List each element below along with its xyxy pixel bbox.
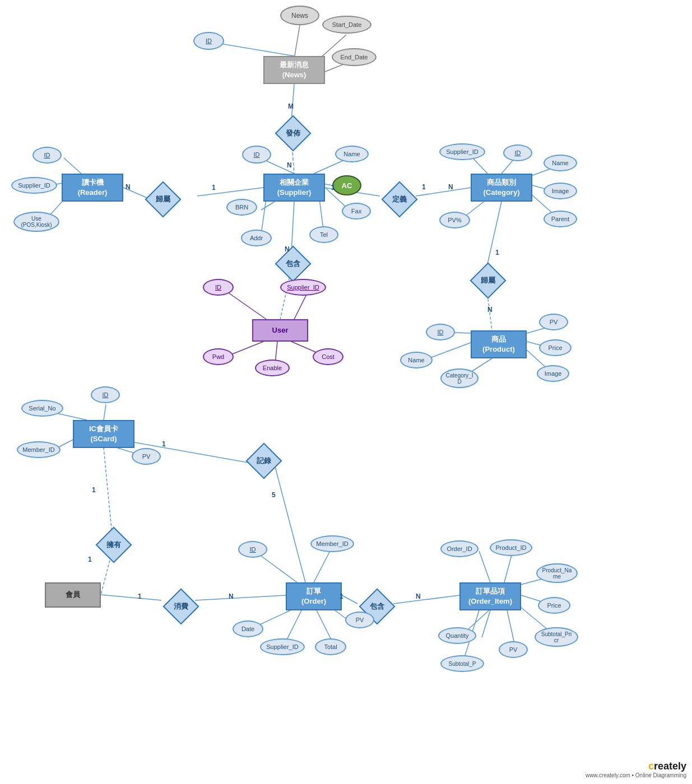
entity-user: User	[252, 319, 308, 342]
svg-line-26	[291, 202, 294, 252]
attr-user-cost: Cost	[313, 348, 343, 365]
attr-sup-tel: Tel	[309, 226, 338, 243]
attr-prod-price: Price	[539, 339, 572, 356]
mult-1-belong2: 1	[495, 249, 499, 256]
attr-news-id: ID	[193, 32, 224, 50]
entity-member: 會員	[45, 582, 101, 608]
attr-cat-parent: Parent	[544, 211, 577, 227]
svg-line-1	[294, 25, 300, 59]
attr-order-pv: PV	[345, 612, 374, 628]
mult-5-record: 5	[272, 491, 276, 499]
attr-reader-id: ID	[32, 147, 62, 164]
attr-sup-fax: Fax	[342, 203, 371, 220]
diamond-record: 記錄	[245, 442, 282, 479]
attr-cat-image: Image	[544, 183, 577, 199]
attr-user-sup-id: Supplier_ID	[280, 279, 326, 296]
mult-n-belong1-left: N	[126, 183, 131, 191]
mult-m: M	[288, 102, 294, 110]
attr-reader-use: Use(POS,Kiosk)	[13, 212, 59, 232]
diamond-belong1: 歸屬	[145, 181, 181, 217]
attr-sup-name: Name	[335, 146, 369, 162]
entity-category: 商品類別(Category)	[471, 174, 532, 202]
mult-1-scard-record: 1	[162, 440, 166, 448]
entity-order: 訂單(Order)	[286, 582, 342, 610]
svg-line-58	[393, 595, 459, 604]
attr-oi-qty: Quantity	[438, 627, 476, 644]
mult-n-include1: N	[285, 245, 290, 253]
diamond-belong2: 歸屬	[470, 262, 506, 298]
attr-ac: AC	[332, 175, 361, 195]
svg-line-33	[486, 202, 501, 269]
attr-sup-id: ID	[242, 146, 271, 164]
mult-1-own-scard: 1	[92, 486, 96, 494]
svg-line-46	[275, 465, 305, 582]
attr-scard-id: ID	[91, 386, 120, 403]
mult-1-define-right: 1	[422, 183, 426, 191]
attr-oi-pv: PV	[499, 641, 528, 658]
svg-line-57	[342, 595, 357, 604]
attr-prod-pv: PV	[539, 314, 568, 330]
svg-line-47	[104, 448, 112, 535]
mult-1-define-left: 1	[331, 184, 335, 192]
svg-line-0	[214, 43, 294, 56]
svg-line-59	[479, 551, 490, 582]
attr-news-name: News	[280, 6, 319, 25]
attr-oi-subtotal-price: Subtotal_Pricr	[535, 627, 578, 647]
attr-order-id: ID	[238, 541, 267, 558]
attr-oi-order-id: Order_ID	[440, 540, 479, 557]
attr-oi-subtotal-p: Subtotal_P	[440, 655, 484, 672]
entity-product: 商品(Product)	[471, 330, 527, 358]
attr-prod-id: ID	[426, 324, 455, 340]
attr-scard-serial: Serial_No	[21, 400, 63, 417]
attr-cat-sup-id: Supplier_ID	[439, 143, 485, 160]
attr-scard-pv: PV	[132, 448, 161, 465]
attr-cat-pv: PV%	[439, 212, 470, 228]
attr-user-enable: Enable	[255, 360, 290, 376]
entity-supplier: 相關企業(Supplier)	[263, 174, 325, 202]
attr-user-id: ID	[203, 279, 234, 296]
attr-prod-image: Image	[537, 365, 569, 382]
attr-order-date: Date	[233, 620, 263, 637]
svg-line-50	[195, 595, 286, 600]
mult-n-include2-oi: N	[416, 592, 421, 600]
entity-order-item: 訂單品項(Order_Item)	[459, 582, 521, 610]
attr-reader-sup-id: Supplier_ID	[11, 177, 57, 194]
attr-order-total: Total	[315, 638, 346, 655]
diamond-define: 定義	[381, 181, 417, 217]
mult-1-own-member: 1	[88, 556, 92, 563]
attr-start-date: Start_Date	[322, 16, 371, 34]
diagram-container: 最新消息 (News) 相關企業(Supplier) 讀卡機(Reader) 商…	[0, 0, 692, 784]
diamond-consume: 消費	[162, 588, 199, 624]
attr-user-pwd: Pwd	[203, 348, 234, 365]
mult-1-include2-order: 1	[340, 592, 343, 600]
attr-sup-brn: BRN	[226, 199, 257, 216]
attr-scard-member-id: Member_ID	[17, 441, 61, 458]
svg-line-41	[104, 404, 106, 420]
attr-end-date: End_Date	[332, 48, 377, 66]
svg-line-15	[64, 158, 81, 174]
mult-1-consume-member: 1	[138, 592, 142, 600]
diamond-own: 擁有	[95, 526, 132, 563]
attr-oi-price: Price	[538, 597, 570, 614]
entity-reader: 讀卡機(Reader)	[62, 174, 123, 202]
attr-prod-cat-id: Category_ID	[440, 368, 479, 388]
entity-scard: IC會員卡(SCard)	[73, 420, 134, 448]
mult-n-define-cat: N	[448, 183, 453, 191]
attr-cat-name: Name	[544, 155, 577, 171]
diamond-publish: 發佈	[275, 115, 311, 151]
svg-line-49	[101, 595, 161, 600]
attr-order-member-id: Member_ID	[310, 535, 354, 552]
mult-1-belong1-right: 1	[212, 184, 216, 192]
attr-prod-name: Name	[400, 352, 433, 368]
svg-line-64	[482, 610, 490, 637]
entity-news: 最新消息 (News)	[263, 56, 325, 84]
diamond-include1: 包含	[275, 245, 311, 282]
attr-cat-id: ID	[503, 144, 532, 161]
svg-line-13	[197, 188, 263, 196]
mult-n-belong2-prod: N	[487, 306, 493, 314]
watermark-text: www.creately.com • Online Diagramming	[586, 772, 686, 778]
creately-brand: creately	[586, 760, 686, 772]
svg-line-10	[261, 202, 275, 210]
attr-order-sup-id: Supplier_ID	[260, 638, 305, 655]
attr-oi-prod-name: Product_Name	[536, 563, 578, 583]
